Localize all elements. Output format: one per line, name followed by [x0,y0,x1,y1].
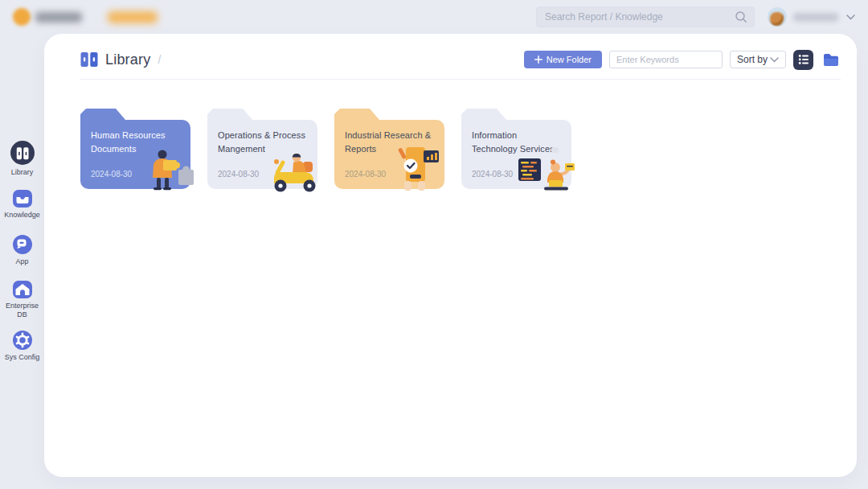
folder-tab [207,109,252,120]
folder-body: Operations & Process Mangement 2024-08-3… [207,120,317,189]
folder-card-industrial-research[interactable]: Industrial Research & Reports 2024-08-30 [334,109,444,189]
enterprise-db-icon [13,281,32,298]
folder-body: Information Technology Services 2024-08-… [461,120,571,189]
topbar [0,0,868,34]
page-header: Library / New Folder Sort by [80,40,841,79]
folder-date: 2024-08-30 [472,170,513,179]
app-icon [13,235,32,254]
folder-grid: Human Resources Documents 2024-08-30 [80,109,841,189]
folder-card-information-technology[interactable]: Information Technology Services 2024-08-… [461,109,571,189]
folder-title: Operations & Process Mangement [218,129,309,156]
list-view-button[interactable] [793,50,813,70]
keywords-input[interactable] [609,51,723,68]
sidebar: Library Knowledge App Enterprise DB [0,34,44,489]
scooter-delivery-illustration [269,150,321,193]
folder-title: Information Technology Services [472,129,563,156]
folder-view-icon [822,51,840,68]
sidebar-item-knowledge[interactable]: Knowledge [2,190,43,220]
title-group: Library / [80,51,161,68]
sidebar-item-label: Sys Config [2,353,43,362]
sidebar-item-enterprise-db[interactable]: Enterprise DB [2,281,43,320]
chevron-down-icon [846,14,855,20]
folder-title: Human Resources Documents [91,129,182,156]
header-divider [80,79,841,80]
new-folder-label: New Folder [547,55,592,64]
sidebar-item-label: Knowledge [2,211,43,220]
folder-card-human-resources[interactable]: Human Resources Documents 2024-08-30 [80,109,190,189]
new-folder-button[interactable]: New Folder [524,51,602,68]
library-icon [10,141,35,165]
username-redacted [793,13,838,22]
sort-by-label: Sort by [737,54,768,65]
folder-body: Industrial Research & Reports 2024-08-30 [334,120,444,189]
app-logo [13,8,82,26]
folder-title: Industrial Research & Reports [345,129,436,156]
library-title-icon [80,51,98,68]
sidebar-item-app[interactable]: App [2,235,43,266]
knowledge-icon [13,190,32,208]
folder-date: 2024-08-30 [218,170,259,179]
breadcrumb-separator: / [158,53,161,66]
sidebar-item-label: App [2,257,43,266]
global-search [536,6,755,27]
folder-view-button[interactable] [821,50,841,70]
global-search-input[interactable] [536,6,755,27]
folder-date: 2024-08-30 [345,170,386,179]
logo-mark-icon [13,8,31,26]
folder-tab [334,109,379,120]
search-icon [734,10,748,24]
folder-card-operations-process[interactable]: Operations & Process Mangement 2024-08-3… [207,109,317,189]
sys-config-icon [13,331,32,350]
sidebar-item-library[interactable]: Library [2,141,43,177]
sidebar-item-label: Enterprise DB [2,302,43,320]
topnav-item-redacted[interactable] [108,11,158,23]
plus-icon [534,55,542,64]
chevron-down-icon [770,57,779,63]
folder-body: Human Resources Documents 2024-08-30 [80,120,190,189]
main-panel: Library / New Folder Sort by [44,34,857,477]
folder-tab [80,109,125,120]
avatar [768,7,787,27]
sidebar-item-label: Library [2,168,43,177]
folder-date: 2024-08-30 [91,170,132,179]
list-view-icon [797,53,810,66]
logo-text-redacted [35,12,82,23]
toolbar: New Folder Sort by [524,50,841,70]
sort-by-dropdown[interactable]: Sort by [730,51,786,68]
page-title: Library [105,51,150,68]
user-menu[interactable] [768,7,855,27]
sidebar-item-sys-config[interactable]: Sys Config [2,331,43,362]
folder-tab [461,109,506,120]
